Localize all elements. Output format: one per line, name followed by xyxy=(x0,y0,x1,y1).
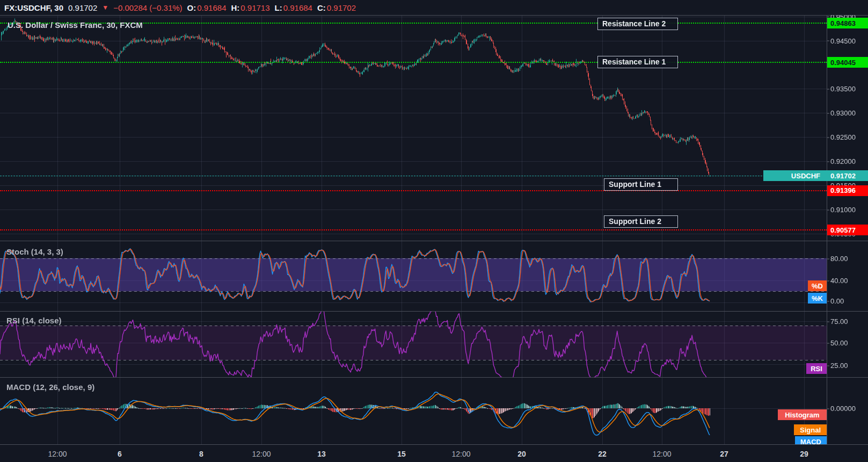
time-label-22: 22 xyxy=(598,450,607,458)
symbol-header: FX:USDCHF, 30 0.91702 ▼ −0.00284 (−0.31%… xyxy=(0,0,868,15)
support-line-1-label[interactable]: Support Line 1 xyxy=(604,178,678,191)
support-line-1-line[interactable] xyxy=(0,190,827,191)
price-tick-0.92500: 0.92500 xyxy=(830,133,856,141)
main-chart-title: U.S. Dollar / Swiss Franc, 30, FXCM xyxy=(8,20,143,30)
histogram-badge: Histogram xyxy=(778,409,827,420)
time-label-6: 6 xyxy=(118,450,122,458)
current-symbol-label: USDCHF xyxy=(763,172,827,180)
support-line-2-price-badge: 0.90577 xyxy=(827,225,868,235)
current-price-badge: USDCHF0.91702 xyxy=(763,170,868,181)
current-price-value: 0.91702 xyxy=(827,172,868,180)
low-value: L:0.91684 xyxy=(275,3,312,12)
price-change: −0.00284 (−0.31%) xyxy=(113,3,182,12)
resistance-line-1-line[interactable] xyxy=(0,62,827,63)
time-label-29: 29 xyxy=(800,450,808,458)
stoch-panel-title[interactable]: Stoch (14, 3, 3) xyxy=(6,247,63,256)
price-tick-0.92000: 0.92000 xyxy=(830,157,856,165)
time-label-13: 13 xyxy=(317,450,326,458)
time-label-20: 20 xyxy=(517,450,526,458)
support-line-2-label[interactable]: Support Line 2 xyxy=(604,215,678,228)
price-axis-separator xyxy=(827,15,827,462)
indicator-tick-0.00000: 0.00000 xyxy=(830,405,856,413)
time-label-1200: 12:00 xyxy=(451,450,470,458)
signal-badge: Signal xyxy=(794,424,827,435)
open-value: O:0.91684 xyxy=(187,3,227,12)
price-tick-0.94500: 0.94500 xyxy=(830,37,856,45)
pct-k-badge: %K xyxy=(808,293,827,304)
panel-divider-macd[interactable] xyxy=(0,377,868,378)
last-price: 0.91702 xyxy=(68,3,97,12)
macd-panel-title[interactable]: MACD (12, 26, close, 9) xyxy=(6,382,94,392)
panel-divider-stoch[interactable] xyxy=(0,241,868,241)
rsi-panel-title[interactable]: RSI (14, close) xyxy=(6,316,62,325)
indicator-tick-50.00: 50.00 xyxy=(830,339,848,347)
tradingview-chart-app: FX:USDCHF, 30 0.91702 ▼ −0.00284 (−0.31%… xyxy=(0,0,868,462)
time-label-27: 27 xyxy=(720,450,728,458)
support-line-1-price-badge: 0.91396 xyxy=(827,185,868,196)
price-tick-0.93000: 0.93000 xyxy=(830,109,856,117)
resistance-line-2-price-badge: 0.94863 xyxy=(827,18,868,28)
price-axis[interactable]: 0.950000.945000.935000.930000.925000.920… xyxy=(827,15,868,444)
indicator-tick-0.00: 0.00 xyxy=(830,297,844,305)
panel-divider-top xyxy=(0,15,868,16)
time-label-1200: 12:00 xyxy=(48,450,67,458)
indicator-tick-75.00: 75.00 xyxy=(830,317,848,326)
price-tick-0.91000: 0.91000 xyxy=(830,206,856,214)
time-label-1200: 12:00 xyxy=(252,450,271,458)
down-arrow-icon: ▼ xyxy=(102,4,108,11)
current-price-line xyxy=(0,176,827,176)
chart-plot-area: Resistance Line 2Resistance Line 1Suppor… xyxy=(0,15,827,444)
indicator-tick-40.00: 40.00 xyxy=(830,277,848,285)
symbol-title[interactable]: FX:USDCHF, 30 xyxy=(4,3,63,12)
high-value: H:0.91713 xyxy=(231,3,270,12)
resistance-line-2-label[interactable]: Resistance Line 2 xyxy=(597,18,678,30)
panel-divider-rsi[interactable] xyxy=(0,311,868,312)
time-label-15: 15 xyxy=(397,450,406,458)
support-line-2-line[interactable] xyxy=(0,229,827,230)
pct-d-badge: %D xyxy=(808,280,827,291)
indicator-tick-80.00: 80.00 xyxy=(830,255,848,263)
close-value: C:0.91702 xyxy=(317,3,356,12)
rsi-badge: RSI xyxy=(806,363,827,374)
indicator-tick-25.00: 25.00 xyxy=(830,362,848,370)
resistance-line-1-price-badge: 0.94045 xyxy=(827,57,868,68)
time-label-1200: 12:00 xyxy=(652,450,671,458)
time-axis[interactable]: 12:006812:00131512:00202212:002729 xyxy=(0,444,868,462)
resistance-line-1-label[interactable]: Resistance Line 1 xyxy=(597,56,678,68)
price-tick-0.93500: 0.93500 xyxy=(830,85,856,93)
time-label-8: 8 xyxy=(199,450,203,458)
